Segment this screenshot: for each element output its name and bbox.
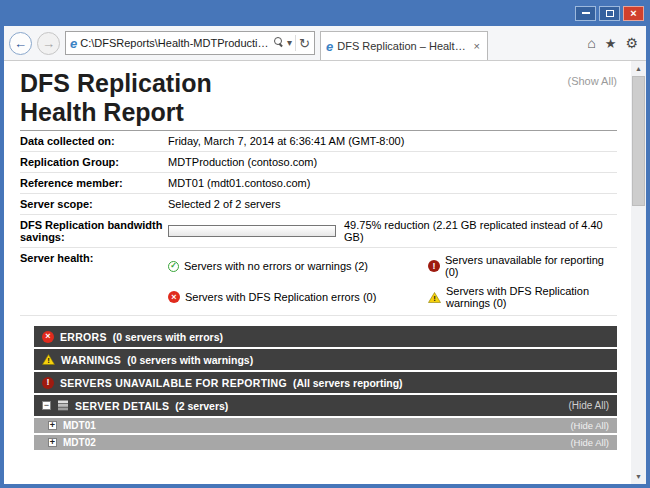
field-label: Reference member: <box>20 177 168 189</box>
field-label: Data collected on: <box>20 135 168 147</box>
favorites-icon[interactable]: ★ <box>605 37 617 50</box>
expand-icon[interactable]: + <box>48 421 57 430</box>
section-title: SERVERS UNAVAILABLE FOR REPORTING <box>60 377 287 389</box>
page-icon: e <box>326 40 333 53</box>
section-servers-unavailable[interactable]: ! SERVERS UNAVAILABLE FOR REPORTING (All… <box>34 372 617 393</box>
server-row-mdt02[interactable]: + MDT02 (Hide All) <box>34 435 617 450</box>
settings-icon[interactable]: ⚙ <box>625 36 638 50</box>
field-replication-group: Replication Group: MDTProduction (contos… <box>20 152 617 173</box>
check-icon: ✓ <box>168 261 179 272</box>
section-errors[interactable]: × ERRORS (0 servers with errors) <box>34 326 617 347</box>
health-item-unavailable: ! Servers unavailable for reporting (0) <box>428 254 617 278</box>
svg-text:!: ! <box>433 294 436 303</box>
back-button[interactable]: ← <box>9 32 32 55</box>
warning-icon: ! <box>428 292 441 303</box>
field-label: Server health: <box>20 252 168 264</box>
refresh-icon[interactable]: ↻ <box>299 37 310 50</box>
hide-all-link[interactable]: (Hide All) <box>570 437 609 448</box>
tab-title: DFS Replication – Health Re... <box>337 40 467 52</box>
unavailable-icon: ! <box>42 377 54 389</box>
hide-all-link[interactable]: (Hide All) <box>570 420 609 431</box>
warning-icon: ! <box>42 354 55 365</box>
scroll-down-icon[interactable]: ▼ <box>631 469 646 484</box>
tab-dfs-replication-report[interactable]: e DFS Replication – Health Re... × <box>320 31 488 60</box>
divider <box>295 35 296 51</box>
section-subtitle: (0 servers with errors) <box>113 331 223 343</box>
section-title: ERRORS <box>60 331 107 343</box>
field-bandwidth-savings: DFS Replication bandwidth savings: 49.75… <box>20 215 617 248</box>
bandwidth-progress-bar <box>168 225 336 237</box>
scrollbar-thumb[interactable] <box>632 76 645 206</box>
health-text: Servers unavailable for reporting (0) <box>445 254 617 278</box>
server-icon <box>57 400 69 411</box>
navigation-bar: ← → e C:\DFSReports\Health-MDTProduction… <box>4 26 646 61</box>
section-subtitle: (0 servers with warnings) <box>127 354 253 366</box>
unavailable-icon: ! <box>428 260 440 272</box>
section-title: SERVER DETAILS <box>75 400 169 412</box>
address-bar[interactable]: e C:\DFSReports\Health-MDTProduction-07M… <box>65 31 315 55</box>
minimize-icon <box>582 12 590 14</box>
health-text: Servers with DFS Replication warnings (0… <box>446 285 617 309</box>
address-url[interactable]: C:\DFSReports\Health-MDTProduction-07M <box>80 37 271 49</box>
section-server-details[interactable]: − SERVER DETAILS (2 servers) (Hide All) <box>34 395 617 416</box>
field-server-scope: Server scope: Selected 2 of 2 servers <box>20 194 617 215</box>
browser-toolbar: ⌂ ★ ⚙ <box>587 36 638 50</box>
minimize-button[interactable] <box>575 6 596 21</box>
section-subtitle: (All servers reporting) <box>293 377 403 389</box>
section-title: WARNINGS <box>61 354 121 366</box>
field-reference-member: Reference member: MDT01 (mdt01.contoso.c… <box>20 173 617 194</box>
expand-icon[interactable]: + <box>48 438 57 447</box>
section-subtitle: (2 servers) <box>175 400 228 412</box>
health-item-warnings: ! Servers with DFS Replication warnings … <box>428 285 617 309</box>
field-value: Selected 2 of 2 servers <box>168 198 617 210</box>
browser-window: × ← → e C:\DFSReports\Health-MDTProducti… <box>0 0 650 488</box>
field-value: MDT01 (mdt01.contoso.com) <box>168 177 617 189</box>
health-item-errors: × Servers with DFS Replication errors (0… <box>168 285 420 309</box>
home-icon[interactable]: ⌂ <box>587 36 595 50</box>
health-item-ok: ✓ Servers with no errors or warnings (2) <box>168 254 420 278</box>
address-dropdown-icon[interactable]: ▾ <box>287 38 292 48</box>
field-label: Replication Group: <box>20 156 168 168</box>
tab-close-icon[interactable]: × <box>472 40 482 52</box>
error-icon: × <box>42 331 54 343</box>
field-label: Server scope: <box>20 198 168 210</box>
page-title: DFS ReplicationHealth Report <box>20 69 617 126</box>
scroll-up-icon[interactable]: ▲ <box>631 61 646 76</box>
health-text: Servers with DFS Replication errors (0) <box>185 291 376 303</box>
window-close-button[interactable]: × <box>623 6 644 21</box>
field-value: Friday, March 7, 2014 at 6:36:41 AM (GMT… <box>168 135 617 147</box>
maximize-button[interactable] <box>599 6 620 21</box>
hide-all-link[interactable]: (Hide All) <box>568 400 609 411</box>
server-name: MDT02 <box>63 437 96 448</box>
report-page: DFS ReplicationHealth Report (Show All) … <box>4 61 631 484</box>
page-content: DFS ReplicationHealth Report (Show All) … <box>4 61 646 484</box>
health-text: Servers with no errors or warnings (2) <box>184 260 368 272</box>
field-data-collected: Data collected on: Friday, March 7, 2014… <box>20 131 617 152</box>
field-server-health: Server health: ✓ Servers with no errors … <box>20 248 617 316</box>
server-name: MDT01 <box>63 420 96 431</box>
show-all-link[interactable]: (Show All) <box>567 75 617 87</box>
ie-icon: e <box>70 37 77 50</box>
search-icon[interactable] <box>274 37 284 49</box>
forward-button[interactable]: → <box>37 32 60 55</box>
collapse-icon[interactable]: − <box>42 401 51 410</box>
field-label: DFS Replication bandwidth savings: <box>20 219 168 243</box>
maximize-icon <box>606 10 614 17</box>
section-warnings[interactable]: ! WARNINGS (0 servers with warnings) <box>34 349 617 370</box>
bandwidth-summary: 49.75% reduction (2.21 GB replicated ins… <box>344 219 617 243</box>
scrollbar[interactable]: ▲ ▼ <box>631 61 646 484</box>
svg-text:!: ! <box>47 356 50 365</box>
error-icon: × <box>168 291 180 303</box>
report-sections: × ERRORS (0 servers with errors) ! WARNI… <box>34 326 617 450</box>
server-row-mdt01[interactable]: + MDT01 (Hide All) <box>34 418 617 433</box>
titlebar: × <box>4 0 646 26</box>
field-value: MDTProduction (contoso.com) <box>168 156 617 168</box>
